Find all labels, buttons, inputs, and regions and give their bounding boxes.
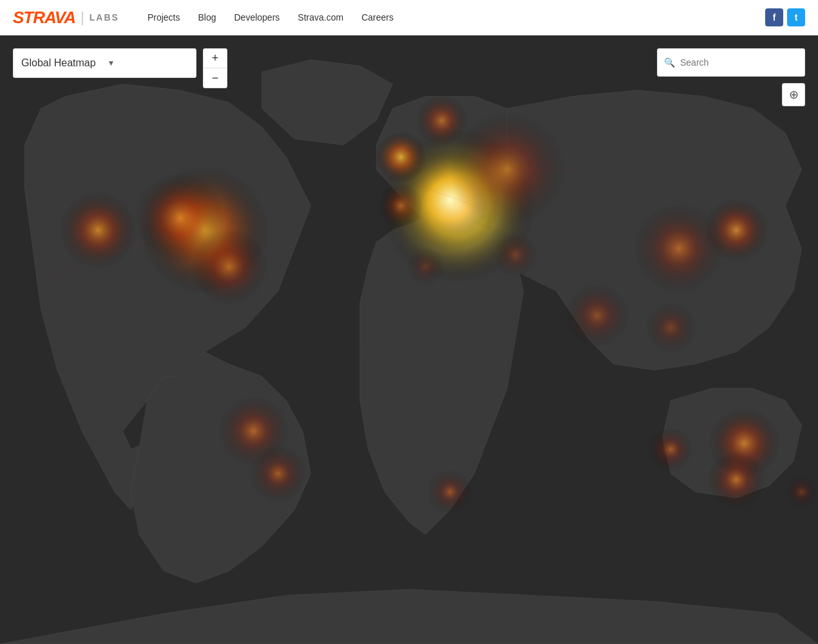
zoom-controls: + − (203, 48, 227, 88)
zoom-in-button[interactable]: + (204, 49, 227, 68)
strava-logo: STRAVA (13, 8, 75, 28)
nav-careers[interactable]: Careers (352, 12, 403, 23)
nav-blog[interactable]: Blog (189, 12, 225, 23)
facebook-icon[interactable]: f (765, 8, 783, 26)
search-box: 🔍 (657, 48, 805, 77)
header: STRAVA | LABS Projects Blog Developers S… (0, 0, 818, 35)
logo-area: STRAVA | LABS (13, 8, 119, 28)
location-button[interactable]: ⊕ (782, 83, 805, 106)
map-container[interactable]: Global Heatmap ▼ + − 🔍 ⊕ (0, 35, 818, 644)
nav: Projects Blog Developers Strava.com Care… (138, 12, 765, 23)
social-icons: f t (765, 8, 805, 26)
map-selector-label: Global Heatmap (21, 57, 102, 69)
twitter-icon[interactable]: t (787, 8, 805, 26)
map-type-selector[interactable]: Global Heatmap ▼ (13, 48, 196, 78)
search-input[interactable] (680, 57, 798, 68)
chevron-down-icon: ▼ (108, 59, 189, 68)
logo-divider: | (81, 9, 84, 26)
location-icon: ⊕ (789, 88, 799, 102)
nav-projects[interactable]: Projects (138, 12, 189, 23)
search-icon: 🔍 (664, 57, 675, 68)
nav-developers[interactable]: Developers (225, 12, 289, 23)
heatmap-map (0, 35, 818, 644)
labs-text: LABS (90, 12, 119, 23)
zoom-out-button[interactable]: − (204, 68, 227, 88)
nav-strava[interactable]: Strava.com (289, 12, 352, 23)
